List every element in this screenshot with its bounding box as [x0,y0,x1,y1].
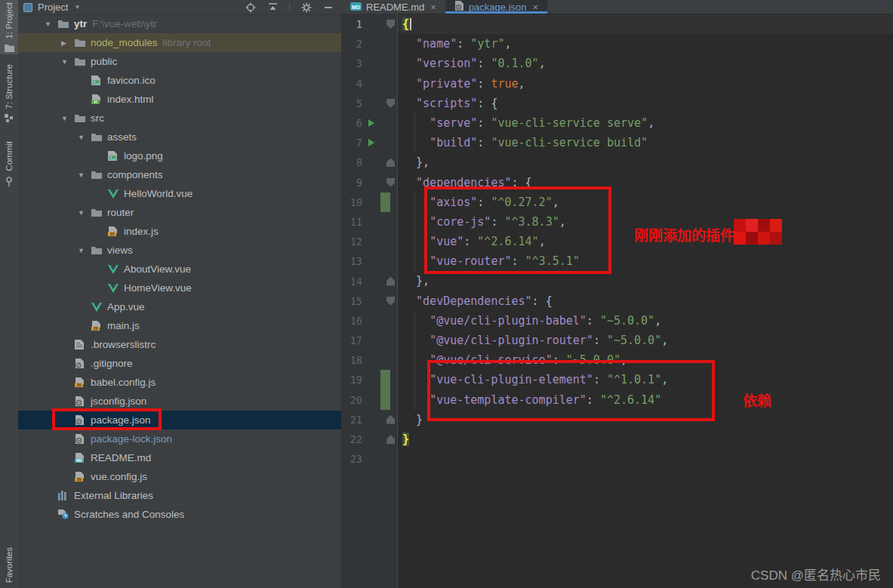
gutter-fold-cell[interactable] [380,415,397,424]
line-number[interactable]: 15 [341,295,362,307]
project-panel-title[interactable]: Project [38,2,68,13]
tree-item-app-vue[interactable]: App.vue [18,297,341,316]
code-line-7[interactable]: 7 "build": "vue-cli-service build" [341,133,893,152]
tree-item-jsconfig-json[interactable]: jsconfig.json [18,392,341,411]
code-line-3[interactable]: 3 "version": "0.1.0", [341,54,893,73]
code-line-22[interactable]: 22} [341,429,893,449]
tab-package-json[interactable]: package.json × [445,0,547,14]
line-number[interactable]: 22 [341,433,362,445]
fold-open-icon[interactable] [386,99,395,108]
line-number[interactable]: 21 [341,414,362,426]
close-icon[interactable]: × [533,2,539,13]
code-line-12[interactable]: 12 "vue": "^2.6.14", [341,232,893,251]
tree-arrow-right-icon[interactable]: ▶ [58,39,75,47]
tree-item-components[interactable]: ▼components [18,165,341,184]
tree-item-views[interactable]: ▼views [18,241,341,260]
code-line-17[interactable]: 17 "@vue/cli-plugin-router": "~5.0.0", [341,331,893,350]
line-number[interactable]: 11 [341,216,362,228]
chevron-down-icon[interactable]: ▼ [74,4,80,11]
tab-readme[interactable]: MD README.md × [341,0,445,14]
code-line-5[interactable]: 5 "scripts": { [341,94,893,113]
fold-close-icon[interactable] [386,435,395,444]
run-script-icon[interactable] [362,139,380,146]
fold-open-icon[interactable] [386,297,395,306]
code-line-14[interactable]: 14 }, [341,271,893,291]
tool-button-project[interactable]: 1: Project [0,0,18,54]
line-number[interactable]: 23 [341,453,362,465]
line-number[interactable]: 3 [341,57,362,69]
tree-item-package-json[interactable]: package.json [18,411,341,429]
line-number[interactable]: 19 [341,374,362,386]
line-number[interactable]: 18 [341,354,362,366]
line-number[interactable]: 1 [341,18,362,30]
fold-open-icon[interactable] [386,20,395,29]
tree-item-readme-md[interactable]: MDREADME.md [18,448,341,467]
code-line-19[interactable]: 19 "vue-cli-plugin-element": "^1.0.1", [341,370,893,389]
code-line-18[interactable]: 18 "@vue/cli-service": "~5.0.0", [341,350,893,370]
code-line-16[interactable]: 16 "@vue/cli-plugin-babel": "~5.0.0", [341,311,893,331]
gear-icon[interactable] [301,2,312,13]
tree-item-logo-png[interactable]: logo.png [18,146,341,165]
collapse-all-icon[interactable] [267,2,278,13]
line-number[interactable]: 12 [341,236,362,248]
code-line-15[interactable]: 15 "devDependencies": { [341,291,893,311]
line-number[interactable]: 10 [341,196,362,208]
tree-item-helloworld-vue[interactable]: HelloWorld.vue [18,184,341,203]
tree-item-index-js[interactable]: JSindex.js [18,222,341,241]
tree-arrow-down-icon[interactable]: ▼ [75,209,91,217]
tree-item-external-libraries[interactable]: External Libraries [18,486,341,505]
code-line-4[interactable]: 4 "private": true, [341,74,893,94]
tree-arrow-down-icon[interactable]: ▼ [75,134,91,141]
line-number[interactable]: 4 [341,78,362,90]
tree-item-homeview-vue[interactable]: HomeView.vue [18,279,341,297]
tree-item--gitignore[interactable]: .gitignore [18,354,341,373]
line-number[interactable]: 8 [341,156,362,168]
tree-arrow-down-icon[interactable]: ▼ [75,171,91,179]
tree-item-ytr[interactable]: ▼ytrF:\vue-web\ytr [18,14,341,33]
line-number[interactable]: 9 [341,177,362,189]
tree-item-vue-config-js[interactable]: JSvue.config.js [18,467,341,486]
close-icon[interactable]: × [430,2,436,13]
line-number[interactable]: 13 [341,255,362,267]
tree-item-favicon-ico[interactable]: favicon.ico [18,71,341,90]
fold-close-icon[interactable] [386,158,395,167]
tool-button-commit[interactable]: Commit [0,139,18,189]
tool-button-favorites[interactable]: Favorites [0,545,18,585]
gutter-fold-cell[interactable] [380,435,397,444]
code-line-13[interactable]: 13 "vue-router": "^3.5.1" [341,251,893,271]
fold-close-icon[interactable] [386,415,395,424]
line-number[interactable]: 2 [341,38,362,50]
gutter-fold-cell[interactable] [380,99,397,108]
gutter-fold-cell[interactable] [380,277,397,286]
line-number[interactable]: 16 [341,315,362,327]
gutter-fold-cell[interactable] [380,20,397,29]
tree-item-aboutview-vue[interactable]: AboutView.vue [18,260,341,279]
tree-arrow-down-icon[interactable]: ▼ [75,247,91,254]
gutter-fold-cell[interactable] [380,158,397,167]
code-line-10[interactable]: 10 "axios": "^0.27.2", [341,192,893,212]
line-number[interactable]: 6 [341,117,362,129]
tree-item-router[interactable]: ▼router [18,203,341,222]
tree-item-public[interactable]: ▼public [18,52,341,71]
code-line-21[interactable]: 21 } [341,410,893,429]
code-line-9[interactable]: 9 "dependencies": { [341,173,893,192]
run-triangle-icon[interactable] [368,139,374,146]
tree-item-node-modules[interactable]: ▶node_moduleslibrary root [18,33,341,52]
fold-open-icon[interactable] [386,178,395,187]
tree-item-main-js[interactable]: JSmain.js [18,316,341,335]
code-line-2[interactable]: 2 "name": "ytr", [341,34,893,54]
run-triangle-icon[interactable] [368,119,374,127]
tree-item-scratches-and-consoles[interactable]: Scratches and Consoles [18,505,341,524]
run-script-icon[interactable] [362,119,380,127]
tree-arrow-down-icon[interactable]: ▼ [42,20,58,28]
code-line-8[interactable]: 8 }, [341,152,893,172]
fold-close-icon[interactable] [386,277,395,286]
tree-arrow-down-icon[interactable]: ▼ [58,115,75,122]
line-number[interactable]: 14 [341,276,362,288]
tree-item-assets[interactable]: ▼assets [18,128,341,146]
line-number[interactable]: 20 [341,394,362,406]
code-line-23[interactable]: 23 [341,449,893,469]
line-number[interactable]: 5 [341,97,362,109]
gutter-fold-cell[interactable] [380,178,397,187]
code-line-11[interactable]: 11 "core-js": "^3.8.3", [341,212,893,232]
